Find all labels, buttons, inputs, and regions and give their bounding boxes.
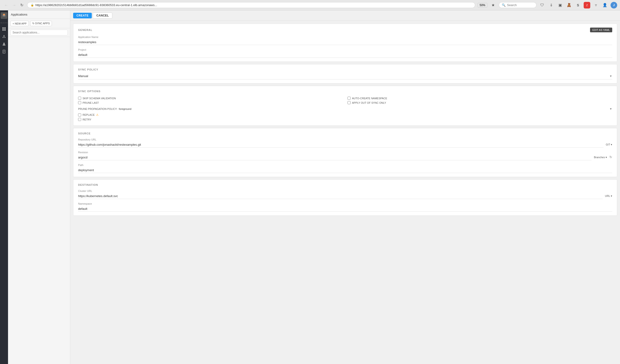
source-title: SOURCE [78, 132, 91, 135]
browser-chrome: ← → ↻ 🔒 https://a198628202c514bb6b81d1ad… [0, 0, 620, 10]
branches-action-button[interactable]: Branches ▾ [594, 156, 607, 160]
s-icon[interactable]: S [575, 2, 581, 9]
right-checkboxes: AUTO-CREATE NAMESPACE APPLY OUT OF SYNC … [347, 96, 612, 105]
zoom-level[interactable]: 50% [478, 3, 487, 8]
svg-point-2 [4, 15, 5, 16]
filter-icon[interactable]: ▿ [593, 2, 599, 9]
project-input[interactable] [78, 52, 612, 58]
sync-options-header: SYNC OPTIONS [78, 90, 612, 93]
profile-avatar[interactable]: J [611, 2, 617, 9]
skip-schema-checkbox[interactable] [78, 97, 81, 100]
repo-url-field: Repository URL GIT ▾ [78, 138, 612, 147]
project-field: Project [78, 48, 612, 58]
app-body: v2.2.2+c Applications + NEW APP ↻ SYNC A… [0, 10, 620, 364]
edit-yaml-button[interactable]: EDIT AS YAML [590, 28, 612, 32]
cluster-url-input[interactable] [78, 193, 603, 199]
replace-text: REPLACE [83, 113, 95, 116]
auto-create-ns-checkbox[interactable] [347, 97, 351, 100]
panel-search-area [8, 28, 70, 37]
app-name-input[interactable] [78, 39, 612, 45]
svg-line-10 [3, 36, 4, 38]
sync-options-title: SYNC OPTIONS [78, 90, 100, 93]
shield-icon[interactable]: 🛡 [539, 2, 545, 9]
prune-last-checkbox[interactable] [78, 101, 81, 104]
svg-rect-3 [2, 27, 4, 29]
app-name-field: Application Name [78, 36, 612, 45]
create-button[interactable]: CREATE [73, 13, 92, 18]
zoom-icon[interactable]: Z [584, 2, 590, 9]
download-icon[interactable]: ⇓ [548, 2, 554, 9]
prune-last-label[interactable]: PRUNE LAST [78, 101, 343, 105]
retry-label[interactable]: RETRY [78, 117, 612, 122]
apply-out-of-sync-text: APPLY OUT OF SYNC ONLY [352, 101, 386, 104]
sync-policy-title: SYNC POLICY [78, 68, 98, 71]
top-toolbar: CREATE CANCEL [70, 10, 620, 21]
path-input[interactable] [78, 167, 612, 173]
cancel-button[interactable]: CANCEL [93, 13, 112, 19]
lock-icon: 🔒 [31, 3, 34, 7]
skip-schema-label[interactable]: SKIP SCHEMA VALIDATION [78, 96, 343, 101]
sync-options-grid: SKIP SCHEMA VALIDATION PRUNE LAST AUTO-C… [78, 96, 612, 105]
sidebar-item-user[interactable] [1, 41, 7, 47]
skip-schema-text: SKIP SCHEMA VALIDATION [83, 97, 116, 100]
svg-rect-6 [4, 29, 6, 31]
main-content: CREATE CANCEL GENERAL EDIT AS YAML Appli… [70, 10, 620, 364]
browser-search-input[interactable] [507, 3, 531, 7]
apply-out-of-sync-label[interactable]: APPLY OUT OF SYNC ONLY [347, 101, 612, 105]
app-name-label: Application Name [78, 36, 612, 38]
cluster-url-label: Cluster URL [78, 189, 603, 192]
prune-prop-label: PRUNE PROPAGATION POLICY: foreground [78, 107, 131, 110]
sidebar-item-apps[interactable] [1, 26, 7, 32]
reload-button[interactable]: ↻ [19, 2, 25, 8]
path-field: Path [78, 164, 612, 173]
revision-input-group: Revision [78, 151, 591, 160]
prune-prop-row: PRUNE PROPAGATION POLICY: foreground ▼ [78, 107, 612, 111]
panel-actions: + NEW APP ↻ SYNC APPS [8, 19, 70, 28]
argo-logo-icon [2, 13, 6, 18]
sync-apps-button[interactable]: ↻ SYNC APPS [30, 21, 52, 26]
prune-prop-dropdown-icon: ▼ [609, 107, 612, 111]
revision-field: Revision Branches ▾ ↻ [78, 151, 612, 160]
path-label: Path [78, 164, 612, 166]
bookmark-icon[interactable]: ★ [490, 2, 496, 9]
prune-prop-value: foreground [119, 107, 131, 110]
sync-policy-section: SYNC POLICY Manual Automatic ▼ [73, 64, 617, 84]
namespace-field: Namespace [78, 202, 612, 212]
general-section: GENERAL EDIT AS YAML Application Name Pr… [73, 24, 617, 62]
sidebar-item-graph[interactable] [1, 33, 7, 40]
form-container: GENERAL EDIT AS YAML Application Name Pr… [70, 21, 620, 218]
replace-checkbox[interactable] [78, 113, 81, 116]
retry-checkbox[interactable] [78, 118, 81, 121]
git-action-button[interactable]: GIT ▾ [606, 143, 612, 147]
svg-rect-4 [4, 27, 6, 29]
repo-url-input-group: Repository URL [78, 138, 604, 147]
svg-point-1 [3, 15, 4, 16]
sync-policy-select[interactable]: Manual Automatic [78, 74, 608, 78]
sync-policy-header: SYNC POLICY [78, 68, 612, 71]
svg-rect-5 [2, 29, 4, 31]
prune-last-text: PRUNE LAST [83, 101, 99, 104]
window-icon[interactable]: ▣ [557, 2, 563, 9]
auto-create-ns-label[interactable]: AUTO-CREATE NAMESPACE [347, 96, 612, 101]
extensions-icon[interactable]: 🧸 [566, 2, 572, 9]
sidebar-item-docs[interactable] [1, 48, 7, 55]
user-icon[interactable]: 👤 [602, 2, 608, 9]
back-button[interactable]: ← [3, 2, 9, 8]
search-applications-input[interactable] [10, 30, 68, 35]
general-title: GENERAL [78, 29, 93, 31]
revision-input[interactable] [78, 155, 591, 160]
apply-out-of-sync-checkbox[interactable] [347, 101, 351, 104]
browser-search-box[interactable]: 🔍 [499, 2, 537, 8]
url-action-button[interactable]: URL ▾ [605, 194, 612, 199]
repo-url-input[interactable] [78, 142, 604, 147]
replace-label[interactable]: REPLACE ⚠ [78, 113, 612, 117]
prune-propagation-section: PRUNE PROPAGATION POLICY: foreground ▼ R… [78, 107, 612, 122]
left-panel: Applications + NEW APP ↻ SYNC APPS [8, 10, 70, 364]
new-app-button[interactable]: + NEW APP [10, 21, 29, 26]
forward-button[interactable]: → [11, 2, 17, 8]
address-bar[interactable]: 🔒 https://a198628202c514bb6b81d1ad5688dc… [27, 2, 475, 8]
namespace-input[interactable] [78, 206, 612, 212]
warning-icon: ⚠ [96, 113, 99, 116]
project-label: Project [78, 48, 612, 51]
revision-refresh-icon[interactable]: ↻ [609, 155, 612, 160]
